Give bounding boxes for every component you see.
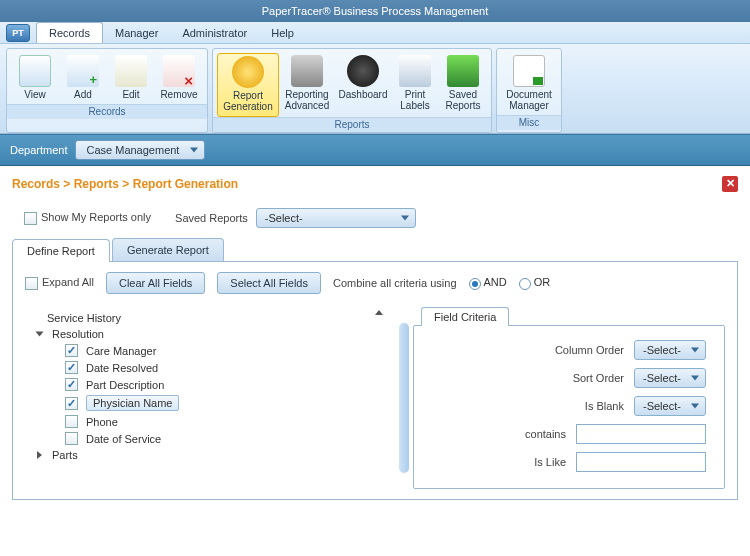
checkbox-icon bbox=[65, 415, 78, 428]
chevron-down-icon bbox=[401, 216, 409, 221]
saved-reports-icon bbox=[447, 55, 479, 87]
is-like-label: Is Like bbox=[466, 456, 566, 468]
sort-order-select[interactable]: -Select- bbox=[634, 368, 706, 388]
checkbox-icon bbox=[65, 432, 78, 445]
expand-all-checkbox[interactable]: Expand All bbox=[25, 276, 94, 290]
reporting-adv-icon bbox=[291, 55, 323, 87]
department-label: Department bbox=[10, 144, 67, 156]
is-like-input[interactable] bbox=[576, 452, 706, 472]
chevron-down-icon bbox=[691, 404, 699, 409]
checkbox-icon bbox=[24, 212, 37, 225]
view-icon bbox=[19, 55, 51, 87]
checkbox-icon bbox=[65, 344, 78, 357]
add-icon bbox=[67, 55, 99, 87]
checkbox-icon bbox=[65, 397, 78, 410]
department-bar: Department Case Management bbox=[0, 134, 750, 166]
tree-item-date-of-service[interactable]: Date of Service bbox=[25, 430, 367, 447]
tree-item-care-manager[interactable]: Care Manager bbox=[25, 342, 367, 359]
contains-input[interactable] bbox=[576, 424, 706, 444]
document-manager-icon bbox=[513, 55, 545, 87]
checkbox-icon bbox=[65, 361, 78, 374]
edit-icon bbox=[115, 55, 147, 87]
menu-bar: PT Records Manager Administrator Help bbox=[0, 22, 750, 44]
ribbon-group-reports: Report Generation Reporting Advanced Das… bbox=[212, 48, 492, 133]
checkbox-icon bbox=[65, 378, 78, 391]
breadcrumb: Records > Reports > Report Generation bbox=[12, 177, 238, 191]
sort-order-label: Sort Order bbox=[524, 372, 624, 384]
ribbon-group-title: Misc bbox=[497, 115, 561, 130]
ribbon-document-manager[interactable]: Document Manager bbox=[501, 53, 557, 115]
column-order-select[interactable]: -Select- bbox=[634, 340, 706, 360]
saved-reports-select[interactable]: -Select- bbox=[256, 208, 416, 228]
menu-manager[interactable]: Manager bbox=[103, 22, 170, 44]
field-tree: Service History Resolution Care Manager … bbox=[25, 306, 367, 489]
column-order-label: Column Order bbox=[524, 344, 624, 356]
scrollbar[interactable] bbox=[399, 323, 409, 473]
app-logo: PT bbox=[6, 24, 30, 42]
ribbon-add[interactable]: Add bbox=[59, 53, 107, 104]
ribbon-reporting-advanced[interactable]: Reporting Advanced bbox=[279, 53, 335, 117]
ribbon: View Add Edit Remove Records Report Gene… bbox=[0, 44, 750, 134]
ribbon-print-labels[interactable]: Print Labels bbox=[391, 53, 439, 117]
close-icon[interactable]: ✕ bbox=[722, 176, 738, 192]
print-icon bbox=[399, 55, 431, 87]
select-all-fields-button[interactable]: Select All Fields bbox=[217, 272, 321, 294]
tree-node-parts[interactable]: Parts bbox=[25, 447, 367, 463]
ribbon-view[interactable]: View bbox=[11, 53, 59, 104]
tree-node-service-history[interactable]: Service History bbox=[25, 310, 367, 326]
chevron-down-icon bbox=[691, 376, 699, 381]
define-report-panel: Expand All Clear All Fields Select All F… bbox=[12, 262, 738, 500]
tab-define-report[interactable]: Define Report bbox=[12, 239, 110, 262]
combine-criteria-label: Combine all criteria using bbox=[333, 277, 457, 289]
ribbon-group-title: Records bbox=[7, 104, 207, 119]
radio-icon bbox=[519, 278, 531, 290]
expand-icon bbox=[36, 332, 44, 337]
ribbon-edit[interactable]: Edit bbox=[107, 53, 155, 104]
menu-records[interactable]: Records bbox=[36, 22, 103, 43]
show-my-reports-checkbox[interactable]: Show My Reports only bbox=[24, 211, 151, 225]
clear-all-fields-button[interactable]: Clear All Fields bbox=[106, 272, 205, 294]
ribbon-report-generation[interactable]: Report Generation bbox=[217, 53, 279, 117]
tab-generate-report[interactable]: Generate Report bbox=[112, 238, 224, 261]
is-blank-label: Is Blank bbox=[524, 400, 624, 412]
saved-reports-label: Saved Reports bbox=[175, 212, 248, 224]
tree-item-physician-name[interactable]: Physician Name bbox=[25, 393, 367, 413]
menu-help[interactable]: Help bbox=[259, 22, 306, 44]
ribbon-dashboard[interactable]: Dashboard bbox=[335, 53, 391, 117]
dashboard-icon bbox=[347, 55, 379, 87]
ribbon-saved-reports[interactable]: Saved Reports bbox=[439, 53, 487, 117]
tree-item-phone[interactable]: Phone bbox=[25, 413, 367, 430]
checkbox-icon bbox=[25, 277, 38, 290]
ribbon-group-records: View Add Edit Remove Records bbox=[6, 48, 208, 133]
radio-and[interactable]: AND bbox=[469, 276, 507, 289]
report-icon bbox=[232, 56, 264, 88]
expand-icon bbox=[37, 451, 42, 459]
chevron-down-icon bbox=[691, 348, 699, 353]
remove-icon bbox=[163, 55, 195, 87]
ribbon-group-misc: Document Manager Misc bbox=[496, 48, 562, 133]
tree-item-date-resolved[interactable]: Date Resolved bbox=[25, 359, 367, 376]
field-criteria-tab: Field Criteria bbox=[421, 307, 509, 326]
is-blank-select[interactable]: -Select- bbox=[634, 396, 706, 416]
arrow-up-icon[interactable] bbox=[375, 310, 383, 315]
tree-item-part-description[interactable]: Part Description bbox=[25, 376, 367, 393]
chevron-down-icon bbox=[190, 148, 198, 153]
ribbon-group-title: Reports bbox=[213, 117, 491, 132]
field-criteria-panel: Column Order-Select- Sort Order-Select- … bbox=[413, 325, 725, 489]
department-select[interactable]: Case Management bbox=[75, 140, 205, 160]
tabs: Define Report Generate Report bbox=[12, 238, 738, 262]
tree-node-resolution[interactable]: Resolution bbox=[25, 326, 367, 342]
contains-label: contains bbox=[466, 428, 566, 440]
title-bar: PaperTracer® Business Process Management bbox=[0, 0, 750, 22]
radio-or[interactable]: OR bbox=[519, 276, 551, 289]
menu-administrator[interactable]: Administrator bbox=[170, 22, 259, 44]
ribbon-remove[interactable]: Remove bbox=[155, 53, 203, 104]
radio-icon bbox=[469, 278, 481, 290]
